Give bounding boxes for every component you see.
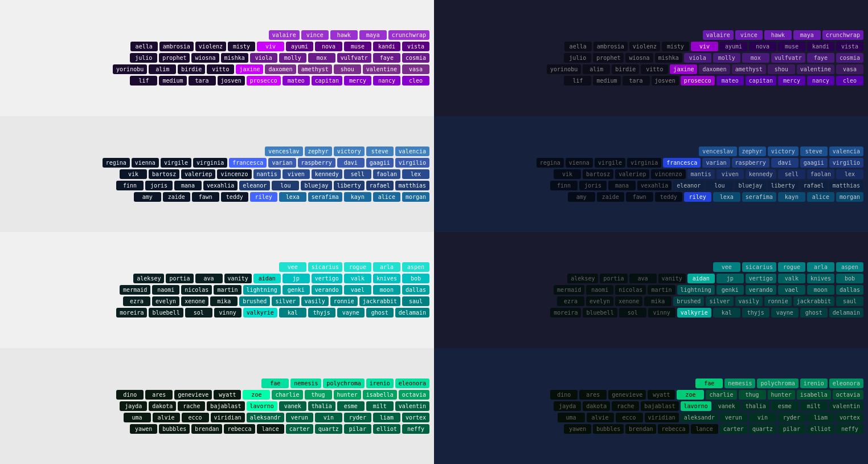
tag[interactable]: morgan (836, 192, 863, 202)
tag[interactable]: jp (716, 274, 744, 283)
tag[interactable]: kennedy (312, 169, 342, 179)
tag[interactable]: maya (793, 30, 821, 40)
tag[interactable]: vienna (132, 158, 159, 168)
tag[interactable]: nancy (807, 76, 834, 86)
tag[interactable]: evelyn (586, 296, 613, 306)
tag[interactable]: ambrosia (593, 42, 628, 51)
tag[interactable]: nova (315, 42, 342, 51)
tag[interactable]: birdie (612, 64, 639, 74)
tag[interactable]: vexahlia (637, 181, 672, 190)
tag-prosecco[interactable]: prosecco (247, 76, 281, 86)
tag-aidan-dark[interactable]: aidan (687, 274, 715, 283)
tag[interactable]: martin (214, 285, 241, 295)
tag[interactable]: valk (344, 274, 371, 283)
tag[interactable]: vasa (402, 64, 429, 74)
tag[interactable]: lexa (713, 192, 740, 202)
tag[interactable]: vertigo (312, 274, 342, 283)
tag[interactable]: thyjs (308, 308, 335, 318)
tag[interactable]: valentine (363, 64, 400, 74)
tag[interactable]: finn (550, 181, 578, 190)
tag[interactable]: elliot (807, 424, 834, 434)
tag[interactable]: zaide (597, 192, 624, 202)
tag[interactable]: kayn (778, 192, 805, 202)
tag[interactable]: delamain (395, 308, 429, 318)
tag[interactable]: ecco (182, 413, 209, 422)
tag[interactable]: aella (564, 42, 592, 51)
tag[interactable]: charlie (706, 390, 736, 400)
tag[interactable]: aleksey (133, 274, 164, 283)
tag[interactable]: rogue (778, 262, 805, 272)
tag[interactable]: davi (771, 158, 799, 168)
tag[interactable]: muse (344, 42, 371, 51)
tag[interactable]: verando (746, 285, 776, 295)
tag-viola-dark[interactable]: viola (684, 53, 711, 63)
tag[interactable]: misty (228, 42, 255, 51)
tag[interactable]: ronnie (330, 296, 358, 306)
tag[interactable]: virginia (627, 158, 661, 168)
tag[interactable]: brendan (191, 424, 222, 434)
tag[interactable]: misty (662, 42, 689, 51)
tag[interactable]: isabella (797, 390, 831, 400)
tag[interactable]: nemesis (724, 378, 755, 388)
tag[interactable]: rebecca (224, 424, 255, 434)
tag[interactable]: joris (579, 181, 607, 190)
tag[interactable]: sicarius (742, 262, 776, 272)
tag[interactable]: sell (344, 169, 371, 179)
tag[interactable]: zephyr (739, 146, 766, 156)
tag[interactable]: alvie (153, 413, 180, 422)
tag[interactable]: hunter (334, 390, 361, 400)
tag[interactable]: silver (272, 296, 299, 306)
tag[interactable]: zephyr (305, 146, 332, 156)
tag[interactable]: jackrabbit (359, 296, 400, 306)
tag[interactable]: vin (749, 413, 776, 422)
tag[interactable]: octavia (833, 390, 863, 400)
tag[interactable]: brendan (625, 424, 656, 434)
tag[interactable]: esme (771, 401, 799, 411)
tag[interactable]: vinny (214, 308, 241, 318)
tag[interactable]: alice (373, 192, 400, 202)
tag[interactable]: shou (334, 64, 361, 74)
tag[interactable]: alvie (587, 413, 614, 422)
tag[interactable]: vortex (402, 413, 429, 422)
tag[interactable]: mantis (687, 169, 715, 179)
tag[interactable]: hawk (764, 30, 792, 40)
tag-riley[interactable]: riley (250, 192, 277, 202)
tag[interactable]: amethyst (732, 64, 766, 74)
tag[interactable]: wyatt (648, 390, 675, 400)
tag-jaxine[interactable]: jaxine (236, 64, 263, 74)
tag[interactable]: mermaid (554, 285, 584, 295)
tag[interactable]: liberty (768, 181, 799, 190)
tag[interactable]: faye (807, 53, 834, 63)
tag[interactable]: bajablast (641, 401, 678, 411)
tag[interactable]: virgile (161, 158, 191, 168)
tag[interactable]: sol (185, 308, 212, 318)
tag[interactable]: lexa (279, 192, 306, 202)
tag[interactable]: steve (800, 146, 828, 156)
tag[interactable]: valaire (269, 30, 300, 40)
tag[interactable]: liberty (334, 181, 365, 190)
tag[interactable]: cosmia (836, 53, 863, 63)
tag[interactable]: kandi (373, 42, 400, 51)
tag[interactable]: serafima (742, 192, 776, 202)
tag[interactable]: vince (301, 30, 329, 40)
tag[interactable]: bluebell (149, 308, 183, 318)
tag[interactable]: valentin (829, 401, 863, 411)
tag[interactable]: viven (282, 169, 310, 179)
tag[interactable]: arla (373, 262, 400, 272)
tag[interactable]: lance (691, 424, 718, 434)
tag[interactable]: medium (159, 76, 186, 86)
tag[interactable]: fawn (192, 192, 219, 202)
tag[interactable]: amethyst (298, 64, 332, 74)
tag[interactable]: bluejay (735, 181, 765, 190)
tag[interactable]: naomi (152, 285, 179, 295)
tag[interactable]: serafima (308, 192, 342, 202)
tag[interactable]: raspberry (298, 158, 335, 168)
tag[interactable]: aleksey (567, 274, 598, 283)
tag[interactable]: prophet (593, 53, 624, 63)
tag[interactable]: aspen (836, 262, 863, 272)
tag[interactable]: hawk (330, 30, 358, 40)
tag[interactable]: lou (706, 181, 733, 190)
tag[interactable]: neffy (402, 424, 429, 434)
tag[interactable]: quartz (749, 424, 776, 434)
tag[interactable]: dallas (836, 285, 863, 295)
